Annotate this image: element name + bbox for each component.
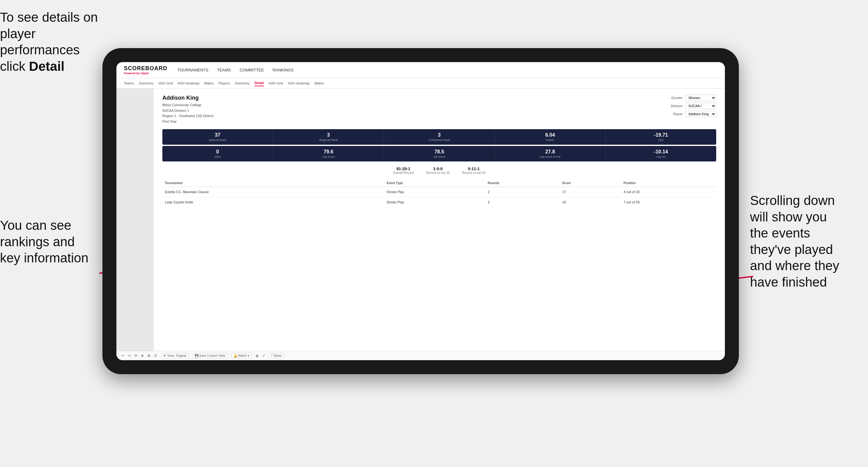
tablet-device: SCOREBOARD Powered by clippd TOURNAMENTS… <box>102 48 739 374</box>
nav-teams[interactable]: TEAMS <box>217 66 231 73</box>
gender-filter-row: Gender Women <box>671 95 716 101</box>
stat-avg-sg: -10.14 Avg SG <box>606 146 716 161</box>
refresh-icon[interactable]: ⟳ <box>134 354 137 358</box>
save-custom-view-button[interactable]: 💾 Save Custom View <box>192 353 227 358</box>
sub-nav-matrix[interactable]: Matrix <box>204 81 214 86</box>
annotation-left-rankings: You can see rankings and key information <box>0 217 112 267</box>
sub-nav: Teams Summary H2H Grid H2H Heatmap Matri… <box>116 78 725 89</box>
table-row: Estella CC- Mountain Classic Stroke Play… <box>162 187 716 197</box>
points-value: 6.04 <box>497 132 603 138</box>
player-header: Addison King Mesa Community College NJCA… <box>162 95 716 124</box>
points-label: Points <box>497 138 603 142</box>
sos-value: -19.71 <box>608 132 714 138</box>
division-select[interactable]: NJCAA I <box>685 103 716 109</box>
stat-sos: -19.71 SoS <box>606 129 716 145</box>
player-name: Addison King <box>162 95 213 101</box>
regional-rank-value: 3 <box>276 132 381 138</box>
sub-nav-h2h-grid2[interactable]: H2H Grid <box>269 81 283 86</box>
stat-avg-score-par: 27.8 Avg Score to Par <box>495 146 606 161</box>
avg-score-par-value: 27.8 <box>497 149 603 155</box>
rounds-2: 2 <box>485 197 560 208</box>
zoom-icon[interactable]: ⊕ <box>141 354 144 358</box>
top50-record: 5-11-1 Record vs top 50 <box>462 166 486 175</box>
stat-wins: 0 Wins <box>162 146 273 161</box>
gender-select[interactable]: Women <box>685 95 716 101</box>
event-type-2: Stroke Play <box>384 197 485 208</box>
watch-button[interactable]: 🔔 Watch ▾ <box>231 353 251 358</box>
sos-label: SoS <box>608 138 714 142</box>
player-filter-row: Player Addison King <box>673 111 716 117</box>
col-position: Position <box>621 180 716 187</box>
nav-rankings[interactable]: RANKINGS <box>273 66 294 73</box>
top25-record: 1-5-0 Record vs top 25 <box>426 166 450 175</box>
player-select[interactable]: Addison King <box>685 111 716 117</box>
grid-icon[interactable]: ⊞ <box>148 354 150 358</box>
nav-items: TOURNAMENTS TEAMS COMMITTEE RANKINGS <box>177 66 717 73</box>
top25-record-label: Record vs top 25 <box>426 171 450 175</box>
stat-points: 6.04 Points <box>495 129 606 145</box>
national-rank-label: National Rank <box>165 138 270 142</box>
nav-committee[interactable]: COMMITTEE <box>240 66 264 73</box>
stat-avg-score: 79.6 Avg Score <box>273 146 384 161</box>
undo-icon[interactable]: ↩ <box>121 354 124 358</box>
stat-regional-rank: 3 Regional Rank <box>273 129 384 145</box>
event-type-1: Stroke Play <box>384 187 485 197</box>
col-rounds: Rounds <box>485 180 560 187</box>
tournament-table: Tournament Event Type Rounds Score Posit… <box>162 180 716 207</box>
avg-sg-value: -10.14 <box>608 149 714 155</box>
player-filters: Gender Women Division NJCAA I <box>671 95 716 124</box>
player-region: Region 1 - Southwest (18) District <box>162 113 213 119</box>
logo-scoreboard: SCOREBOARD <box>124 65 167 72</box>
stat-conference-rank: 3 Conference Rank <box>384 129 495 145</box>
sub-nav-summary[interactable]: Summary <box>139 81 153 86</box>
sub-nav-players[interactable]: Players <box>219 81 230 86</box>
nav-tournaments[interactable]: TOURNAMENTS <box>177 66 208 73</box>
watch-chevron-icon: ▾ <box>248 354 249 357</box>
sub-nav-teams[interactable]: Teams <box>124 81 134 86</box>
sub-nav-matrix2[interactable]: Matrix <box>314 81 324 86</box>
stats-row-2: 0 Wins 79.6 Avg Score 78.5 Adj Score 27.… <box>162 146 716 161</box>
stat-national-rank: 37 National Rank <box>162 129 273 145</box>
division-filter-row: Division NJCAA I <box>671 103 716 109</box>
overall-record-label: Overall Record <box>393 171 414 175</box>
sub-nav-detail[interactable]: Detail <box>254 80 264 86</box>
position-1: 4 out of 20 <box>621 187 716 197</box>
view-icon: 👁 <box>163 354 166 357</box>
top50-record-label: Record vs top 50 <box>462 171 486 175</box>
sub-nav-h2h-grid[interactable]: H2H Grid <box>158 81 173 86</box>
division-label: Division <box>671 104 683 108</box>
avg-sg-label: Avg SG <box>608 155 714 158</box>
screen-icon[interactable]: 🖥 <box>255 354 258 358</box>
tournament-name-2: Lady Coyote Invite <box>162 197 384 208</box>
bottom-toolbar: ↩ ↪ ⟳ ⊕ ⊞ ⏱ 👁 View: Original 💾 Save Cust… <box>116 351 725 360</box>
redo-icon[interactable]: ↪ <box>128 354 131 358</box>
sub-nav-h2h-heatmap2[interactable]: H2H Heatmap <box>288 81 310 86</box>
logo-area: SCOREBOARD Powered by clippd <box>124 65 167 75</box>
clock-icon[interactable]: ⏱ <box>154 354 157 358</box>
annotation-top-left: To see details on player performances cl… <box>0 9 105 74</box>
avg-score-label: Avg Score <box>276 155 381 158</box>
records-row: 91-20-1 Overall Record 1-5-0 Record vs t… <box>162 166 716 175</box>
col-score: Score <box>560 180 621 187</box>
logo-powered: Powered by clippd <box>124 72 167 75</box>
rounds-1: 2 <box>485 187 560 197</box>
conference-rank-value: 3 <box>386 132 492 138</box>
top50-record-value: 5-11-1 <box>462 166 486 171</box>
share-button[interactable]: ⤴ Share <box>269 353 284 358</box>
avg-score-par-label: Avg Score to Par <box>497 155 603 158</box>
gender-label: Gender <box>671 96 683 100</box>
annotation-right-scrolling: Scrolling down will show you the events … <box>750 192 868 290</box>
sub-nav-summary2[interactable]: Summary <box>235 81 250 86</box>
national-rank-value: 37 <box>165 132 270 138</box>
col-event-type: Event Type <box>384 180 485 187</box>
wins-value: 0 <box>165 149 270 155</box>
avg-score-value: 79.6 <box>276 149 381 155</box>
score-2: 16 <box>560 197 621 208</box>
player-division: NJCAA Division 1 <box>162 108 213 114</box>
view-original-button[interactable]: 👁 View: Original <box>161 353 189 358</box>
expand-icon[interactable]: ⤢ <box>262 354 265 358</box>
sub-nav-h2h-heatmap[interactable]: H2H Heatmap <box>178 81 199 86</box>
table-row: Lady Coyote Invite Stroke Play 2 16 7 ou… <box>162 197 716 208</box>
player-college: Mesa Community College <box>162 102 213 108</box>
adj-score-value: 78.5 <box>386 149 492 155</box>
